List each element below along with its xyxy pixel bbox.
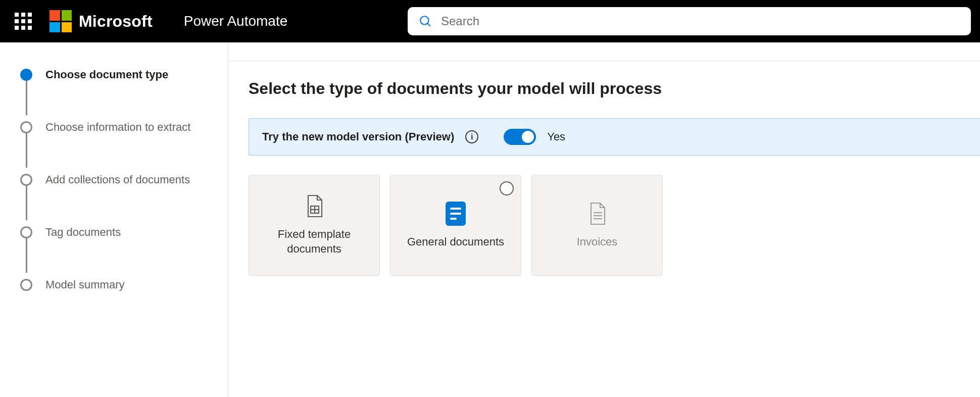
step-indicator-icon [20, 279, 32, 291]
search-icon [419, 15, 432, 28]
main-content: Select the type of documents your model … [228, 42, 980, 397]
preview-banner: Try the new model version (Preview) i Ye… [249, 118, 980, 156]
step-model-summary[interactable]: Model summary [20, 277, 228, 293]
content-divider [228, 61, 980, 61]
toggle-knob-icon [522, 131, 534, 143]
step-label: Add collections of documents [45, 173, 190, 186]
card-title: Invoices [568, 235, 627, 250]
step-add-collections[interactable]: Add collections of documents [20, 172, 228, 188]
card-title: Fixed template documents [249, 227, 379, 256]
step-label: Choose document type [45, 68, 168, 81]
step-indicator-icon [20, 121, 32, 133]
svg-point-0 [420, 16, 428, 24]
general-document-icon [444, 202, 468, 226]
microsoft-logo[interactable]: Microsoft [50, 10, 153, 32]
microsoft-logo-icon [50, 10, 72, 32]
preview-toggle[interactable] [504, 129, 536, 145]
fixed-template-file-icon [302, 194, 326, 218]
step-tag-documents[interactable]: Tag documents [20, 224, 228, 240]
app-launcher-icon[interactable] [13, 11, 33, 31]
step-indicator-icon [20, 174, 32, 186]
top-bar: Microsoft Power Automate Search [0, 0, 980, 42]
search-placeholder: Search [441, 14, 479, 28]
toggle-label: Yes [547, 130, 565, 143]
card-invoices[interactable]: Invoices [531, 175, 663, 276]
brand-label: Microsoft [79, 12, 153, 31]
document-type-card-list: Fixed template documents General documen… [249, 175, 980, 276]
invoice-file-icon [585, 202, 609, 226]
search-input[interactable]: Search [408, 7, 971, 35]
step-indicator-icon [20, 69, 32, 81]
banner-text: Try the new model version (Preview) [262, 130, 454, 143]
card-general-documents[interactable]: General documents [390, 175, 521, 276]
step-label: Tag documents [45, 226, 121, 239]
step-label: Model summary [45, 278, 124, 291]
wizard-steps-sidebar: Choose document type Choose information … [0, 42, 228, 397]
step-label: Choose information to extract [45, 121, 190, 134]
card-radio[interactable] [500, 181, 514, 195]
page-title: Select the type of documents your model … [249, 79, 980, 98]
info-icon[interactable]: i [465, 130, 478, 143]
card-fixed-template-documents[interactable]: Fixed template documents [249, 175, 380, 276]
step-choose-document-type[interactable]: Choose document type [20, 67, 228, 83]
product-label: Power Automate [184, 13, 287, 29]
step-choose-information[interactable]: Choose information to extract [20, 119, 228, 135]
step-indicator-icon [20, 226, 32, 238]
card-title: General documents [398, 235, 513, 250]
svg-line-1 [427, 23, 430, 26]
